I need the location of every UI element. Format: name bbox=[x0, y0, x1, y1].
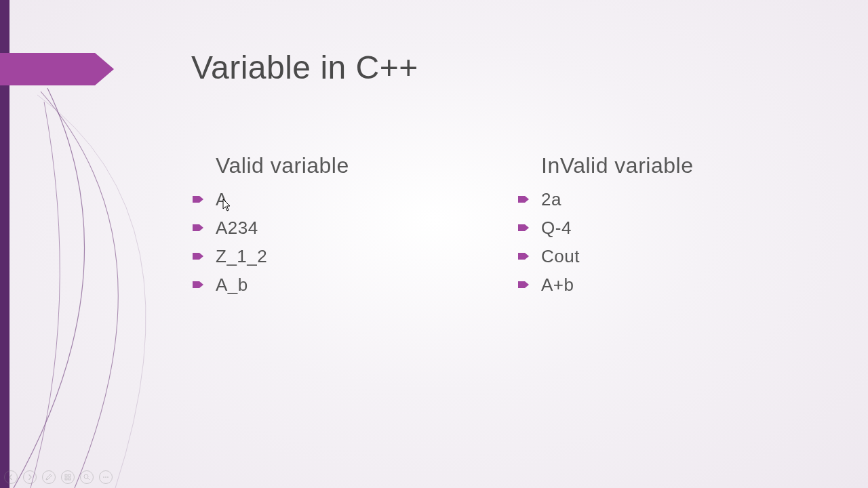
list-item-label: Q-4 bbox=[541, 214, 572, 242]
arrow-bullet-icon bbox=[518, 281, 529, 288]
header-arrow-tab bbox=[0, 53, 114, 85]
svg-point-7 bbox=[105, 476, 106, 478]
list-item-label: A+b bbox=[541, 270, 574, 299]
arrow-bullet-icon bbox=[193, 196, 203, 203]
arrow-bullet-icon bbox=[193, 281, 203, 288]
list-item-label: A bbox=[216, 185, 228, 214]
invalid-column: InValid variable 2a Q-4 Cout A+b bbox=[541, 153, 693, 299]
chevron-left-icon bbox=[8, 474, 14, 480]
more-icon bbox=[102, 476, 109, 479]
list-item: Q-4 bbox=[518, 214, 693, 242]
list-item: A+b bbox=[518, 270, 693, 299]
valid-list: A A234 Z_1_2 A_b bbox=[193, 185, 349, 299]
list-item: Cout bbox=[518, 242, 693, 270]
arrow-bullet-icon bbox=[518, 196, 529, 203]
svg-rect-3 bbox=[68, 478, 71, 480]
prev-button[interactable] bbox=[4, 470, 18, 484]
svg-point-8 bbox=[107, 476, 108, 478]
arrow-bullet-icon bbox=[193, 224, 203, 231]
list-item-label: 2a bbox=[541, 185, 561, 214]
list-item: A234 bbox=[193, 214, 349, 242]
pen-icon bbox=[45, 474, 52, 481]
chevron-right-icon bbox=[27, 474, 33, 480]
list-item: A_b bbox=[193, 270, 349, 299]
svg-rect-1 bbox=[68, 474, 71, 476]
slide-title: Variable in C++ bbox=[191, 49, 418, 86]
list-item: Z_1_2 bbox=[193, 242, 349, 270]
svg-rect-2 bbox=[65, 478, 67, 480]
pen-button[interactable] bbox=[42, 470, 56, 484]
svg-point-4 bbox=[84, 474, 88, 479]
list-item-label: A234 bbox=[216, 214, 258, 242]
list-item-label: Cout bbox=[541, 242, 580, 270]
zoom-button[interactable] bbox=[80, 470, 94, 484]
valid-heading: Valid variable bbox=[216, 153, 349, 178]
list-item: 2a bbox=[518, 185, 693, 214]
zoom-icon bbox=[83, 474, 90, 481]
more-button[interactable] bbox=[99, 470, 113, 484]
svg-point-6 bbox=[103, 476, 104, 478]
grid-icon bbox=[64, 474, 71, 481]
svg-rect-0 bbox=[65, 474, 67, 476]
arrow-bullet-icon bbox=[193, 253, 203, 260]
invalid-heading: InValid variable bbox=[541, 153, 693, 178]
svg-line-5 bbox=[87, 478, 90, 480]
valid-column: Valid variable A A234 Z_1_2 A_b bbox=[216, 153, 349, 299]
slideshow-controls bbox=[4, 470, 113, 484]
invalid-list: 2a Q-4 Cout A+b bbox=[518, 185, 693, 299]
list-item-label: A_b bbox=[216, 270, 248, 299]
list-item-label: Z_1_2 bbox=[216, 242, 267, 270]
arrow-bullet-icon bbox=[518, 224, 529, 231]
see-all-slides-button[interactable] bbox=[61, 470, 75, 484]
list-item: A bbox=[193, 185, 349, 214]
next-button[interactable] bbox=[23, 470, 37, 484]
arrow-bullet-icon bbox=[518, 253, 529, 260]
